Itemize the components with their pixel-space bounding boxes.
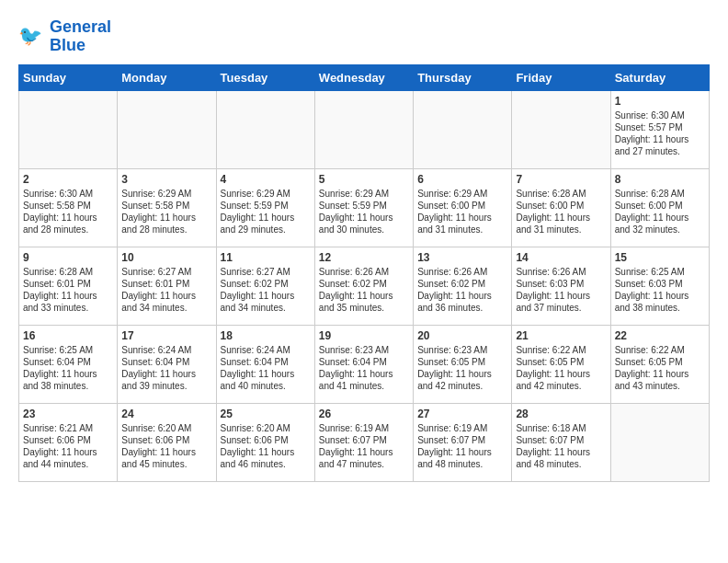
day-info: Sunrise: 6:30 AM Sunset: 5:57 PM Dayligh…	[615, 109, 705, 157]
day-number: 15	[615, 251, 705, 264]
day-number: 16	[23, 329, 113, 342]
day-info: Sunrise: 6:24 AM Sunset: 6:04 PM Dayligh…	[221, 344, 311, 392]
calendar-cell	[216, 90, 314, 168]
day-info: Sunrise: 6:25 AM Sunset: 6:03 PM Dayligh…	[615, 266, 705, 314]
calendar-week-1: 1Sunrise: 6:30 AM Sunset: 5:57 PM Daylig…	[19, 90, 710, 168]
day-info: Sunrise: 6:26 AM Sunset: 6:02 PM Dayligh…	[417, 266, 507, 314]
day-info: Sunrise: 6:22 AM Sunset: 6:05 PM Dayligh…	[516, 344, 606, 392]
day-info: Sunrise: 6:27 AM Sunset: 6:02 PM Dayligh…	[221, 266, 311, 314]
day-number: 1	[615, 95, 705, 108]
calendar-cell: 11Sunrise: 6:27 AM Sunset: 6:02 PM Dayli…	[216, 247, 314, 325]
weekday-header-wednesday: Wednesday	[314, 64, 413, 90]
calendar-cell: 6Sunrise: 6:29 AM Sunset: 6:00 PM Daylig…	[414, 168, 512, 247]
day-info: Sunrise: 6:29 AM Sunset: 5:59 PM Dayligh…	[319, 188, 409, 236]
calendar-cell	[414, 90, 512, 168]
day-number: 9	[23, 251, 113, 264]
day-number: 19	[319, 329, 409, 342]
logo-icon: 🐦	[18, 23, 46, 51]
calendar-cell: 2Sunrise: 6:30 AM Sunset: 5:58 PM Daylig…	[19, 168, 118, 247]
day-number: 17	[121, 329, 211, 342]
day-info: Sunrise: 6:26 AM Sunset: 6:03 PM Dayligh…	[516, 266, 606, 314]
calendar-cell: 12Sunrise: 6:26 AM Sunset: 6:02 PM Dayli…	[314, 247, 413, 325]
day-info: Sunrise: 6:23 AM Sunset: 6:05 PM Dayligh…	[417, 344, 507, 392]
calendar-cell: 7Sunrise: 6:28 AM Sunset: 6:00 PM Daylig…	[512, 168, 610, 247]
weekday-header-friday: Friday	[512, 64, 610, 90]
weekday-header-sunday: Sunday	[19, 64, 118, 90]
day-info: Sunrise: 6:30 AM Sunset: 5:58 PM Dayligh…	[23, 188, 113, 236]
calendar-cell: 3Sunrise: 6:29 AM Sunset: 5:58 PM Daylig…	[118, 168, 216, 247]
calendar-cell: 24Sunrise: 6:20 AM Sunset: 6:06 PM Dayli…	[118, 403, 216, 481]
calendar-cell: 14Sunrise: 6:26 AM Sunset: 6:03 PM Dayli…	[512, 247, 610, 325]
weekday-header-thursday: Thursday	[414, 64, 512, 90]
day-info: Sunrise: 6:26 AM Sunset: 6:02 PM Dayligh…	[319, 266, 409, 314]
day-number: 27	[417, 408, 507, 420]
day-number: 24	[121, 408, 211, 420]
day-number: 4	[221, 173, 311, 186]
day-number: 8	[615, 173, 705, 186]
day-info: Sunrise: 6:27 AM Sunset: 6:01 PM Dayligh…	[121, 266, 211, 314]
calendar-cell: 4Sunrise: 6:29 AM Sunset: 5:59 PM Daylig…	[216, 168, 314, 247]
page-header: 🐦 General Blue	[18, 18, 710, 55]
weekday-header-tuesday: Tuesday	[216, 64, 314, 90]
weekday-header-saturday: Saturday	[610, 64, 709, 90]
calendar-week-5: 23Sunrise: 6:21 AM Sunset: 6:06 PM Dayli…	[19, 403, 710, 481]
calendar-cell: 22Sunrise: 6:22 AM Sunset: 6:05 PM Dayli…	[610, 325, 709, 403]
calendar-cell: 21Sunrise: 6:22 AM Sunset: 6:05 PM Dayli…	[512, 325, 610, 403]
calendar-cell: 15Sunrise: 6:25 AM Sunset: 6:03 PM Dayli…	[610, 247, 709, 325]
calendar-week-4: 16Sunrise: 6:25 AM Sunset: 6:04 PM Dayli…	[19, 325, 710, 403]
day-number: 2	[23, 173, 113, 186]
calendar-cell: 27Sunrise: 6:19 AM Sunset: 6:07 PM Dayli…	[414, 403, 512, 481]
day-number: 10	[121, 251, 211, 264]
logo: 🐦 General Blue	[18, 18, 111, 55]
calendar-cell: 23Sunrise: 6:21 AM Sunset: 6:06 PM Dayli…	[19, 403, 118, 481]
day-number: 23	[23, 408, 113, 420]
day-number: 5	[319, 173, 409, 186]
day-number: 18	[221, 329, 311, 342]
day-number: 20	[417, 329, 507, 342]
calendar-cell: 19Sunrise: 6:23 AM Sunset: 6:04 PM Dayli…	[314, 325, 413, 403]
calendar-cell: 25Sunrise: 6:20 AM Sunset: 6:06 PM Dayli…	[216, 403, 314, 481]
day-info: Sunrise: 6:23 AM Sunset: 6:04 PM Dayligh…	[319, 344, 409, 392]
svg-text:🐦: 🐦	[18, 24, 43, 48]
day-info: Sunrise: 6:29 AM Sunset: 6:00 PM Dayligh…	[417, 188, 507, 236]
calendar-cell: 17Sunrise: 6:24 AM Sunset: 6:04 PM Dayli…	[118, 325, 216, 403]
day-number: 26	[319, 408, 409, 420]
day-number: 25	[221, 408, 311, 420]
day-info: Sunrise: 6:20 AM Sunset: 6:06 PM Dayligh…	[221, 422, 311, 470]
calendar-cell: 28Sunrise: 6:18 AM Sunset: 6:07 PM Dayli…	[512, 403, 610, 481]
day-info: Sunrise: 6:21 AM Sunset: 6:06 PM Dayligh…	[23, 422, 113, 470]
calendar-cell	[610, 403, 709, 481]
day-info: Sunrise: 6:22 AM Sunset: 6:05 PM Dayligh…	[615, 344, 705, 392]
day-number: 12	[319, 251, 409, 264]
logo-text: General Blue	[50, 18, 111, 55]
calendar-cell: 18Sunrise: 6:24 AM Sunset: 6:04 PM Dayli…	[216, 325, 314, 403]
day-info: Sunrise: 6:24 AM Sunset: 6:04 PM Dayligh…	[121, 344, 211, 392]
calendar-cell	[512, 90, 610, 168]
day-number: 6	[417, 173, 507, 186]
day-info: Sunrise: 6:29 AM Sunset: 5:59 PM Dayligh…	[221, 188, 311, 236]
calendar-cell: 26Sunrise: 6:19 AM Sunset: 6:07 PM Dayli…	[314, 403, 413, 481]
calendar-cell: 20Sunrise: 6:23 AM Sunset: 6:05 PM Dayli…	[414, 325, 512, 403]
day-number: 22	[615, 329, 705, 342]
calendar-cell: 10Sunrise: 6:27 AM Sunset: 6:01 PM Dayli…	[118, 247, 216, 325]
day-number: 11	[221, 251, 311, 264]
calendar-cell	[19, 90, 118, 168]
day-info: Sunrise: 6:28 AM Sunset: 6:00 PM Dayligh…	[516, 188, 606, 236]
day-number: 13	[417, 251, 507, 264]
day-info: Sunrise: 6:19 AM Sunset: 6:07 PM Dayligh…	[417, 422, 507, 470]
calendar-cell: 5Sunrise: 6:29 AM Sunset: 5:59 PM Daylig…	[314, 168, 413, 247]
calendar-cell	[118, 90, 216, 168]
day-info: Sunrise: 6:28 AM Sunset: 6:00 PM Dayligh…	[615, 188, 705, 236]
day-info: Sunrise: 6:28 AM Sunset: 6:01 PM Dayligh…	[23, 266, 113, 314]
day-number: 7	[516, 173, 606, 186]
calendar-header-row: SundayMondayTuesdayWednesdayThursdayFrid…	[19, 64, 710, 90]
day-number: 3	[121, 173, 211, 186]
day-info: Sunrise: 6:25 AM Sunset: 6:04 PM Dayligh…	[23, 344, 113, 392]
day-number: 21	[516, 329, 606, 342]
calendar-table: SundayMondayTuesdayWednesdayThursdayFrid…	[18, 64, 710, 482]
day-info: Sunrise: 6:29 AM Sunset: 5:58 PM Dayligh…	[121, 188, 211, 236]
calendar-cell	[314, 90, 413, 168]
calendar-cell: 8Sunrise: 6:28 AM Sunset: 6:00 PM Daylig…	[610, 168, 709, 247]
calendar-week-2: 2Sunrise: 6:30 AM Sunset: 5:58 PM Daylig…	[19, 168, 710, 247]
day-info: Sunrise: 6:18 AM Sunset: 6:07 PM Dayligh…	[516, 422, 606, 470]
